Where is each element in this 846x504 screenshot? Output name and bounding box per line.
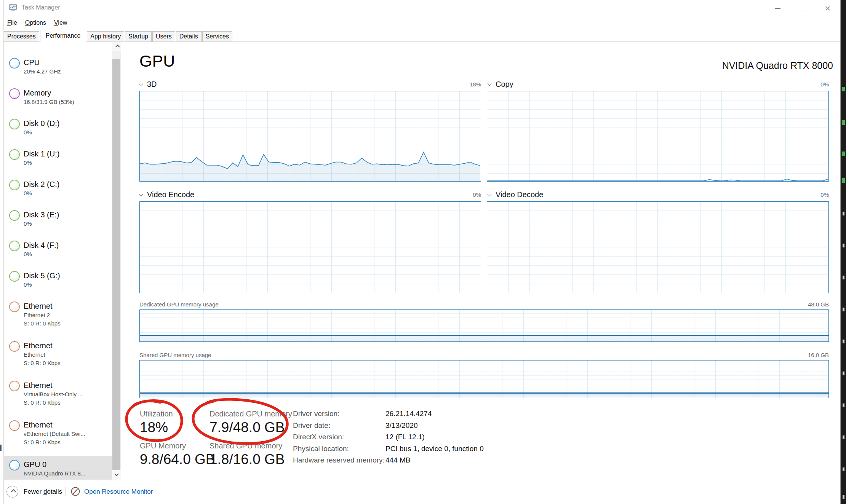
scroll-up-button[interactable] <box>112 42 121 51</box>
sidebar-item-gpu-0[interactable]: GPU 0NVIDIA Quadro RTX 8... <box>4 456 112 480</box>
menu-view-label: V <box>54 19 58 26</box>
window-controls: ✕ <box>765 0 840 17</box>
gpu-memory-value: 9.8/64.0 GB <box>140 451 215 467</box>
menu-file[interactable]: File <box>7 19 17 26</box>
tab-details[interactable]: Details <box>176 31 202 41</box>
sidebar-item-subtitle: VirtualBox Host-Only ... <box>24 391 112 398</box>
minimize-button[interactable] <box>765 0 790 17</box>
sidebar-item-title: Memory <box>24 88 112 97</box>
menu-file-label: F <box>7 19 11 26</box>
disk-0-icon <box>9 119 20 129</box>
sidebar-item-title: Disk 5 (G:) <box>24 271 112 280</box>
sidebar-item-subtitle: 16.8/31.9 GB (53%) <box>24 98 112 106</box>
gpu-detail-label: Physical location: <box>293 445 385 456</box>
sidebar-item-title: Ethernet <box>24 301 112 311</box>
disk-3-icon <box>9 210 20 221</box>
sidebar-item-title: Disk 2 (C:) <box>24 180 112 189</box>
open-resource-monitor-link[interactable]: Open Resource Monitor <box>84 488 153 496</box>
tab-performance[interactable]: Performance <box>40 30 86 42</box>
tab-services[interactable]: Services <box>202 31 232 41</box>
sidebar-scrollbar[interactable] <box>112 42 121 480</box>
shared-gpu-memory-label: Shared GPU memory <box>210 442 282 450</box>
sidebar-item-subtitle: 0% <box>24 281 112 289</box>
minimize-icon <box>775 8 780 9</box>
tab-app-history[interactable]: App history <box>87 31 124 41</box>
sidebar-item-ethernet-2[interactable]: EthernetEthernetS: 0 R: 0 Kbps <box>4 337 112 377</box>
gpu-detail-row: Hardware reserved memory:444 MB <box>293 456 636 468</box>
fewer-details-button[interactable]: Fewer details <box>6 486 62 498</box>
menu-options[interactable]: Options <box>25 19 46 26</box>
close-icon: ✕ <box>825 5 831 12</box>
shared-memory-label: Shared GPU memory usage <box>139 352 211 358</box>
gpu-detail-value: 26.21.14.4274 <box>385 410 432 421</box>
maximize-icon <box>800 6 805 11</box>
sidebar-item-subtitle: 0% <box>24 129 112 136</box>
ethernet-3-icon <box>9 381 20 391</box>
sidebar-item-title: Disk 0 (D:) <box>24 119 112 128</box>
gpu-detail-value: 12 (FL 12.1) <box>385 433 425 445</box>
chart-copy <box>487 91 829 182</box>
dedicated-memory-max: 48.0 GB <box>762 301 829 308</box>
tab-processes[interactable]: Processes <box>4 31 39 41</box>
chevron-down-icon <box>487 192 491 196</box>
scrollbar-thumb[interactable] <box>112 59 120 471</box>
sidebar-item-disk-4[interactable]: Disk 4 (F:)0% <box>4 237 112 267</box>
sidebar-item-subtitle: S: 0 R: 0 Kbps <box>24 399 112 407</box>
sidebar-item-title: Ethernet <box>24 341 112 350</box>
dedicated-gpu-memory-label: Dedicated GPU memory <box>210 410 292 418</box>
menu-view[interactable]: View <box>54 19 67 26</box>
scroll-down-button[interactable] <box>112 470 121 480</box>
sidebar-item-subtitle: NVIDIA Quadro RTX 8... <box>24 470 112 477</box>
background-left-speck <box>0 445 2 451</box>
section-video-encode: Video Encode <box>139 190 194 199</box>
chevron-down-icon <box>139 81 143 86</box>
sidebar-item-subtitle: 0% <box>24 159 112 167</box>
sidebar-item-subtitle: S: 0 R: 0 Kbps <box>24 439 112 446</box>
performance-sidebar-list: CPU20% 4.27 GHzMemory16.8/31.9 GB (53%)D… <box>4 42 112 480</box>
disk-1-icon <box>9 149 20 160</box>
sidebar-item-ethernet-1[interactable]: EthernetEthernet 2S: 0 R: 0 Kbps <box>4 298 112 337</box>
window-title: Task Manager <box>22 4 60 11</box>
titlebar: Task Manager ✕ <box>3 0 840 17</box>
gpu-detail-row: DirectX version:12 (FL 12.1) <box>293 433 636 445</box>
sidebar-item-ethernet-4[interactable]: EthernetvEthernet (Default Swi...S: 0 R:… <box>4 416 112 456</box>
gpu-detail-row: Driver date:3/13/2020 <box>293 421 636 433</box>
utilization-label: Utilization <box>140 410 173 418</box>
chart-video-decode <box>487 201 829 293</box>
sidebar-item-disk-3[interactable]: Disk 3 (E:)0% <box>4 206 112 237</box>
sidebar-item-cpu[interactable]: CPU20% 4.27 GHz <box>4 54 112 85</box>
maximize-button[interactable] <box>790 0 815 17</box>
gpu-device-name: NVIDIA Quadro RTX 8000 <box>452 60 833 71</box>
tab-users[interactable]: Users <box>152 31 175 41</box>
section-video-decode-value: 0% <box>791 191 829 198</box>
utilization-value: 18% <box>140 419 168 435</box>
memory-icon <box>9 88 20 99</box>
sidebar-item-subtitle: vEthernet (Default Swi... <box>24 430 112 438</box>
background-window-sliver <box>841 0 846 504</box>
tab-startup[interactable]: Startup <box>125 31 152 41</box>
task-manager-icon <box>9 3 17 12</box>
dedicated-memory-level-line <box>140 335 828 336</box>
sidebar-item-subtitle: 0% <box>24 250 112 258</box>
sidebar-item-disk-0[interactable]: Disk 0 (D:)0% <box>4 115 112 145</box>
sidebar-item-disk-2[interactable]: Disk 2 (C:)0% <box>4 176 112 206</box>
task-manager-window: Task Manager ✕ File Options View Process… <box>3 0 841 504</box>
sidebar-item-title: Disk 3 (E:) <box>24 210 112 219</box>
ethernet-4-icon <box>9 420 20 431</box>
dedicated-gpu-memory-value: 7.9/48.0 GB <box>210 419 285 435</box>
menubar: File Options View <box>7 18 67 28</box>
section-copy: Copy <box>488 80 513 89</box>
sidebar-item-ethernet-3[interactable]: EthernetVirtualBox Host-Only ...S: 0 R: … <box>4 377 112 416</box>
close-button[interactable]: ✕ <box>815 0 840 17</box>
gpu-0-icon <box>9 460 20 471</box>
gpu-detail-label: DirectX version: <box>293 433 385 445</box>
sidebar-item-memory[interactable]: Memory16.8/31.9 GB (53%) <box>4 85 112 115</box>
sidebar-item-disk-1[interactable]: Disk 1 (U:)0% <box>4 145 112 176</box>
ethernet-1-icon <box>9 301 20 312</box>
section-copy-value: 0% <box>791 81 829 88</box>
sidebar-item-disk-5[interactable]: Disk 5 (G:)0% <box>4 267 112 298</box>
chart-3d-line <box>140 91 480 181</box>
menu-options-label-rest: ptions <box>30 19 46 26</box>
gpu-memory-label: GPU Memory <box>140 442 186 450</box>
shared-memory-max: 16.0 GB <box>762 352 829 358</box>
